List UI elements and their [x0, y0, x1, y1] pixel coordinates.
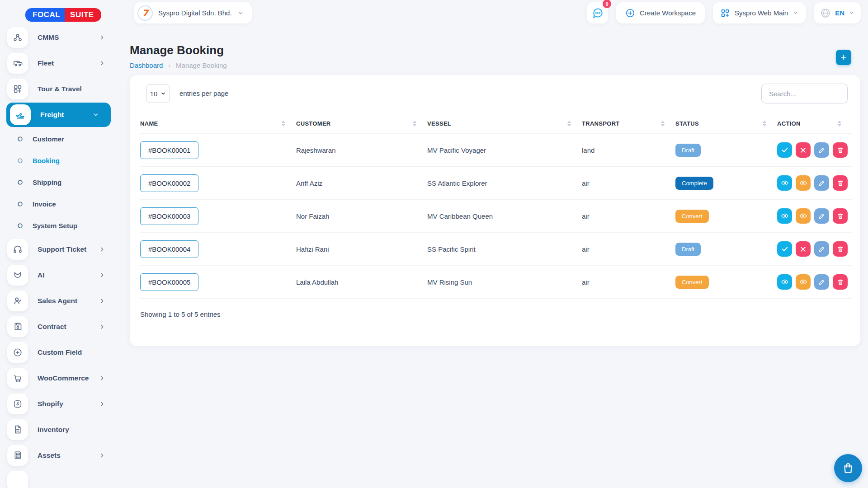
column-header-vessel[interactable]: VESSEL [427, 114, 582, 134]
edit-button[interactable] [814, 175, 829, 191]
sidebar-item-label: CMMS [38, 33, 59, 42]
cat-icon [7, 265, 28, 286]
sidebar-item-woocommerce[interactable]: WooCommerce [0, 365, 117, 391]
sidebar-subitem-booking[interactable]: Booking [0, 150, 117, 171]
breadcrumb-dashboard-link[interactable]: Dashboard [130, 61, 163, 69]
plus-circle-icon [7, 342, 28, 363]
topbar-actions: 0 Create Workspace Syspro Web Main EN [587, 2, 861, 23]
sidebar-item-cmms[interactable]: CMMS [0, 26, 117, 50]
chat-icon [592, 7, 604, 19]
reject-button[interactable] [796, 241, 811, 257]
delete-button[interactable] [833, 274, 848, 290]
booking-number[interactable]: #BOOK00003 [140, 207, 198, 225]
sidebar-subitem-customer[interactable]: Customer [0, 128, 117, 150]
sort-icon[interactable] [763, 121, 766, 127]
trash-icon [837, 278, 844, 286]
sidebar-item-assets[interactable]: Assets [0, 442, 117, 468]
sort-icon[interactable] [567, 121, 571, 127]
eye-icon [799, 278, 807, 286]
sort-icon[interactable] [282, 121, 285, 127]
view-button[interactable] [777, 208, 792, 224]
pencil-icon [818, 278, 826, 286]
delete-button[interactable] [833, 142, 848, 158]
column-header-transport[interactable]: TRANSPORT [582, 114, 675, 134]
vessel-cell: MV Pacific Voyager [427, 134, 582, 167]
column-header-customer[interactable]: CUSTOMER [296, 114, 427, 134]
entries-per-page-select[interactable]: 10 [146, 84, 170, 103]
sidebar-item-custom-field[interactable]: Custom Field [0, 339, 117, 365]
view-button[interactable] [777, 274, 792, 290]
chevron-right-icon [99, 324, 105, 330]
sort-icon[interactable] [413, 121, 416, 127]
sidebar-subitem-label: Booking [33, 157, 60, 164]
sidebar-item-inventory[interactable]: Inventory [0, 417, 117, 442]
preview-button[interactable] [796, 175, 811, 191]
sort-icon[interactable] [838, 121, 841, 127]
sidebar-item-shopify[interactable]: Shopify [0, 391, 117, 417]
column-header-status[interactable]: STATUS [675, 114, 777, 134]
edit-button[interactable] [814, 241, 829, 257]
app-logo[interactable]: FOCAL SUITE [25, 8, 101, 22]
sidebar-item-contract[interactable]: Contract [0, 314, 117, 339]
headphones-icon [7, 239, 28, 260]
sidebar-subitem-invoice[interactable]: Invoice [0, 193, 117, 215]
booking-number[interactable]: #BOOK00004 [140, 240, 198, 258]
approve-button[interactable] [777, 241, 792, 257]
view-button[interactable] [777, 175, 792, 191]
workspace-menu-selector[interactable]: Syspro Web Main [713, 2, 806, 23]
chevron-down-icon [849, 10, 854, 16]
sort-icon[interactable] [661, 121, 665, 127]
workspace-selector[interactable]: 7 Syspro Digital Sdn. Bhd. [134, 2, 252, 23]
sidebar-item-clipped[interactable] [0, 468, 117, 488]
entries-per-page-label: entries per page [179, 89, 228, 97]
sidebar-item-label: Contract [38, 323, 66, 331]
vessel-cell: MV Rising Sun [427, 266, 582, 299]
nodes-icon [7, 27, 28, 48]
add-booking-button[interactable]: + [836, 50, 851, 65]
column-header-action[interactable]: ACTION [777, 114, 852, 134]
transport-cell: air [582, 200, 675, 233]
workspace-menu-label: Syspro Web Main [735, 9, 788, 17]
search-input[interactable] [761, 84, 848, 103]
sidebar-subitem-label: System Setup [33, 222, 77, 230]
sidebar-item-label: Tour & Travel [38, 85, 82, 93]
status-badge: Convert [675, 276, 709, 289]
sidebar-subitem-system-setup[interactable]: System Setup [0, 215, 117, 236]
preview-button[interactable] [796, 274, 811, 290]
chat-button[interactable]: 0 [587, 2, 608, 23]
hidden-icon [7, 471, 28, 488]
sidebar-subitem-shipping[interactable]: Shipping [0, 171, 117, 193]
booking-number[interactable]: #BOOK00002 [140, 174, 198, 192]
sidebar-item-ai[interactable]: AI [0, 262, 117, 288]
eye-icon [781, 212, 789, 220]
edit-button[interactable] [814, 142, 829, 158]
approve-button[interactable] [777, 142, 792, 158]
breadcrumb-separator-icon: › [168, 62, 170, 69]
edit-button[interactable] [814, 208, 829, 224]
delete-button[interactable] [833, 241, 848, 257]
edit-button[interactable] [814, 274, 829, 290]
trash-icon [837, 179, 844, 187]
grid-plus-icon [7, 79, 28, 99]
preview-button[interactable] [796, 208, 811, 224]
eye-icon [781, 278, 789, 286]
booking-number[interactable]: #BOOK00005 [140, 273, 198, 291]
language-selector[interactable]: EN [814, 2, 861, 23]
sidebar-item-sales-agent[interactable]: Sales Agent [0, 288, 117, 314]
sidebar-subitem-label: Shipping [33, 178, 61, 186]
sidebar-item-tour-travel[interactable]: Tour & Travel [0, 76, 117, 102]
plane-icon [10, 104, 31, 125]
table-row: #BOOK00004 Hafizi Rani SS Pacific Spirit… [140, 233, 852, 266]
delete-button[interactable] [833, 175, 848, 191]
column-header-name[interactable]: NAME [140, 114, 296, 134]
delete-button[interactable] [833, 208, 848, 224]
sidebar-item-support-ticket[interactable]: Support Ticket [0, 236, 117, 262]
reject-button[interactable] [796, 142, 811, 158]
pencil-icon [818, 146, 826, 154]
create-workspace-button[interactable]: Create Workspace [616, 2, 705, 23]
booking-number[interactable]: #BOOK00001 [140, 141, 198, 159]
sidebar-item-freight[interactable]: Freight [6, 103, 111, 127]
sidebar-item-fleet[interactable]: Fleet [0, 50, 117, 76]
workspace-name: Syspro Digital Sdn. Bhd. [158, 9, 232, 17]
shop-floating-button[interactable] [834, 454, 862, 482]
